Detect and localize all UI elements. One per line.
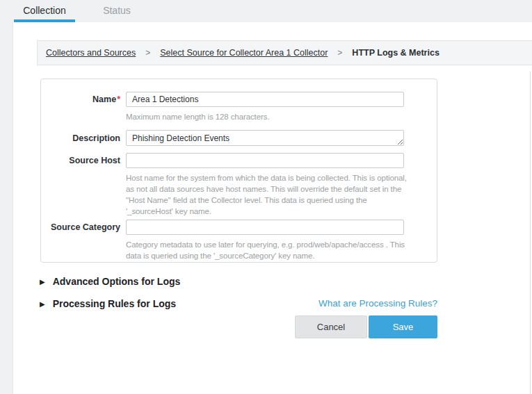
source-host-input[interactable] (126, 153, 404, 168)
name-label-text: Name (92, 95, 116, 104)
name-help-text: Maximum name length is 128 characters. (126, 111, 412, 122)
cancel-button[interactable]: Cancel (295, 315, 367, 338)
source-host-label: Source Host (41, 156, 120, 165)
tab-status-label: Status (103, 5, 131, 16)
source-category-label: Source Category (41, 222, 120, 232)
name-input[interactable] (126, 92, 404, 107)
what-are-processing-rules-link[interactable]: What are Processing Rules? (319, 298, 437, 309)
source-category-input[interactable] (126, 220, 404, 235)
panel-divider (530, 72, 531, 394)
tab-bar: Collection Status (0, 0, 532, 22)
tab-collection-label: Collection (23, 5, 65, 16)
collapsed-arrow-icon: ▶ (40, 278, 45, 286)
advanced-options-label: Advanced Options for Logs (53, 276, 181, 287)
breadcrumb-select-source[interactable]: Select Source for Collector Area 1 Colle… (160, 48, 328, 58)
breadcrumb: Collectors and Sources > Select Source f… (37, 40, 532, 65)
name-row: Name* (41, 92, 437, 107)
breadcrumb-separator: > (145, 48, 150, 58)
source-host-help-text: Host name for the system from which the … (126, 172, 412, 217)
advanced-options-section-toggle[interactable]: ▶ Advanced Options for Logs (40, 276, 180, 287)
breadcrumb-separator: > (337, 48, 342, 58)
tab-status[interactable]: Status (96, 0, 138, 22)
breadcrumb-current-page: HTTP Logs & Metrics (352, 48, 439, 58)
left-gutter (0, 0, 13, 394)
description-input[interactable]: Phishing Detection Events (126, 130, 404, 146)
source-configuration-window: Collection Status Collectors and Sources… (0, 0, 532, 394)
source-category-help-text: Category metadata to use later for query… (126, 239, 412, 261)
description-row: Description Phishing Detection Events (41, 130, 437, 146)
collapsed-arrow-icon: ▶ (40, 300, 45, 308)
processing-rules-section-toggle[interactable]: ▶ Processing Rules for Logs (40, 298, 176, 309)
breadcrumb-collectors-and-sources[interactable]: Collectors and Sources (46, 48, 136, 58)
source-host-row: Source Host (41, 153, 437, 168)
tab-collection[interactable]: Collection (14, 0, 75, 22)
name-label: Name* (41, 95, 120, 104)
source-config-card: Name* Maximum name length is 128 charact… (40, 79, 437, 263)
save-button[interactable]: Save (369, 315, 437, 338)
required-asterisk: * (117, 95, 120, 104)
processing-rules-label: Processing Rules for Logs (53, 298, 176, 309)
description-label: Description (41, 133, 120, 143)
source-category-row: Source Category (41, 220, 437, 235)
